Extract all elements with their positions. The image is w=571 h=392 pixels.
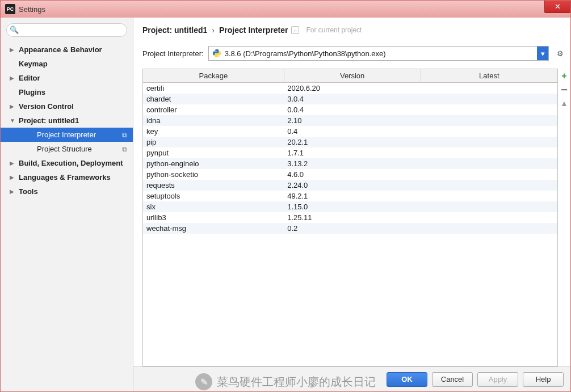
cell-package: requests <box>143 180 284 191</box>
sidebar-item-keymap[interactable]: ▶Keymap <box>1 57 133 71</box>
sidebar-item-version-control[interactable]: ▶Version Control <box>1 99 133 113</box>
table-row[interactable]: chardet3.0.4 <box>143 94 557 104</box>
ok-button[interactable]: OK <box>387 372 427 387</box>
col-latest[interactable]: Latest <box>421 69 557 83</box>
col-version[interactable]: Version <box>284 69 421 83</box>
interpreter-value: 3.8.6 (D:\Programs\Python\Python38\pytho… <box>225 49 545 58</box>
table-row[interactable]: controller0.0.4 <box>143 104 557 115</box>
table-row[interactable]: pip20.2.1 <box>143 137 557 147</box>
breadcrumb: Project: untitled1 Project Interpreter ⌕… <box>133 18 570 38</box>
titlebar: PC Settings ✕ <box>1 1 570 18</box>
sidebar-item-label: Editor <box>19 74 40 82</box>
search-wrap: 🔍 <box>1 22 133 43</box>
packages-area: Package Version Latest certifi2020.6.20c… <box>133 69 570 366</box>
cell-package: setuptools <box>143 191 284 201</box>
sidebar-item-tools[interactable]: ▶Tools <box>1 184 133 199</box>
sidebar-item-appearance-behavior[interactable]: ▶Appearance & Behavior <box>1 43 133 57</box>
cell-package: six <box>143 201 284 212</box>
table-row[interactable]: wechat-msg0.2 <box>143 223 557 234</box>
dialog-footer: OK Cancel Apply Help <box>133 366 570 391</box>
cell-version: 20.2.1 <box>284 137 421 147</box>
help-button[interactable]: Help <box>523 372 564 387</box>
search-input[interactable] <box>6 23 127 37</box>
cell-latest <box>421 158 557 169</box>
apply-button[interactable]: Apply <box>477 372 518 387</box>
sidebar-item-editor[interactable]: ▶Editor <box>1 71 133 85</box>
cell-latest <box>421 201 557 212</box>
sidebar-item-label: Tools <box>19 187 38 196</box>
cell-package: idna <box>143 115 284 126</box>
table-row[interactable]: pynput1.7.1 <box>143 147 557 158</box>
sidebar-item-label: Languages & Frameworks <box>19 173 111 182</box>
sidebar-item-label: Project Structure <box>37 145 92 153</box>
packages-toolbar: + − ▲ <box>558 69 570 366</box>
breadcrumb-separator <box>211 26 216 35</box>
upgrade-package-button[interactable]: ▲ <box>559 98 569 108</box>
cancel-button[interactable]: Cancel <box>432 372 473 387</box>
add-package-button[interactable]: + <box>559 71 569 81</box>
chevron-icon: ▶ <box>10 160 15 166</box>
sidebar-item-project-interpreter[interactable]: ▶Project Interpreter⧉ <box>1 128 133 142</box>
cell-latest <box>421 191 557 201</box>
breadcrumb-page: Project Interpreter <box>219 26 288 35</box>
cell-version: 4.6.0 <box>284 169 421 180</box>
chevron-icon: ▼ <box>10 117 15 124</box>
sidebar-item-label: Project Interpreter <box>37 130 96 139</box>
table-row[interactable]: python-engineio3.13.2 <box>143 158 557 169</box>
chevron-icon: ▶ <box>10 75 15 81</box>
table-row[interactable]: urllib31.25.11 <box>143 212 557 223</box>
sidebar-item-plugins[interactable]: ▶Plugins <box>1 85 133 99</box>
sidebar-item-label: Appearance & Behavior <box>19 45 102 54</box>
cell-package: urllib3 <box>143 212 284 223</box>
copy-icon: ⧉ <box>122 145 127 153</box>
interpreter-label: Project Interpreter: <box>142 49 204 58</box>
sidebar-item-label: Version Control <box>19 102 74 111</box>
interpreter-select[interactable]: 3.8.6 (D:\Programs\Python\Python38\pytho… <box>208 46 549 61</box>
cell-package: python-socketio <box>143 169 284 180</box>
cell-package: key <box>143 126 284 137</box>
sidebar-item-build-execution-deployment[interactable]: ▶Build, Execution, Deployment <box>1 156 133 170</box>
cell-version: 0.4 <box>284 126 421 137</box>
python-icon <box>212 49 221 58</box>
app-icon: PC <box>5 4 15 14</box>
body: 🔍 ▶Appearance & Behavior▶Keymap▶Editor▶P… <box>1 18 570 391</box>
cell-latest <box>421 147 557 158</box>
table-row[interactable]: requests2.24.0 <box>143 180 557 191</box>
packages-table[interactable]: Package Version Latest certifi2020.6.20c… <box>143 69 557 234</box>
table-row[interactable]: setuptools49.2.1 <box>143 191 557 201</box>
table-row[interactable]: idna2.10 <box>143 115 557 126</box>
reset-icon[interactable]: ⌕ <box>291 26 299 34</box>
table-row[interactable]: key0.4 <box>143 126 557 137</box>
breadcrumb-hint: For current project <box>306 26 362 34</box>
window-title: Settings <box>19 5 45 14</box>
cell-latest <box>421 169 557 180</box>
main-panel: Project: untitled1 Project Interpreter ⌕… <box>133 18 570 391</box>
sidebar-item-project-untitled1[interactable]: ▼Project: untitled1 <box>1 113 133 128</box>
cell-version: 1.7.1 <box>284 147 421 158</box>
cell-package: python-engineio <box>143 158 284 169</box>
chevron-icon: ▶ <box>10 47 15 53</box>
close-button[interactable]: ✕ <box>544 1 570 13</box>
interpreter-gear-button[interactable]: ⚙ <box>553 47 567 60</box>
close-icon: ✕ <box>555 2 561 11</box>
remove-package-button[interactable]: − <box>559 85 569 95</box>
col-package[interactable]: Package <box>143 69 284 83</box>
cell-package: controller <box>143 104 284 115</box>
search-icon: 🔍 <box>10 26 19 34</box>
sidebar-item-label: Plugins <box>19 88 45 96</box>
settings-tree[interactable]: ▶Appearance & Behavior▶Keymap▶Editor▶Plu… <box>1 43 133 391</box>
sidebar-item-languages-frameworks[interactable]: ▶Languages & Frameworks <box>1 170 133 184</box>
table-row[interactable]: python-socketio4.6.0 <box>143 169 557 180</box>
sidebar-item-project-structure[interactable]: ▶Project Structure⧉ <box>1 142 133 156</box>
table-row[interactable]: six1.15.0 <box>143 201 557 212</box>
table-row[interactable]: certifi2020.6.20 <box>143 83 557 94</box>
cell-latest <box>421 94 557 104</box>
chevron-down-icon[interactable]: ▾ <box>537 47 548 60</box>
cell-version: 2.24.0 <box>284 180 421 191</box>
cell-version: 0.2 <box>284 223 421 234</box>
cell-latest <box>421 83 557 94</box>
breadcrumb-project: Project: untitled1 <box>142 26 207 35</box>
cell-latest <box>421 126 557 137</box>
packages-table-wrap: Package Version Latest certifi2020.6.20c… <box>142 69 558 366</box>
cell-latest <box>421 115 557 126</box>
